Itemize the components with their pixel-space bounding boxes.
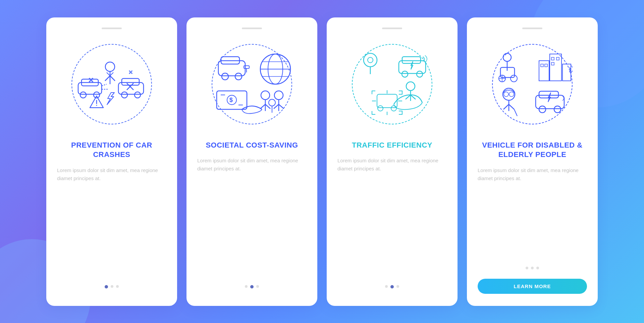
- cards-container: ✕ ✕ PREVENTION OF CAR CRASHES Lorem ipsu…: [33, 4, 611, 319]
- dot-2: [531, 267, 534, 269]
- svg-text:✕: ✕: [88, 76, 94, 84]
- svg-line-47: [279, 104, 284, 109]
- svg-point-50: [364, 53, 377, 67]
- card-disabled-elderly: VEHICLE FOR DISABLED & ELDERLY PEOPLE Lo…: [467, 17, 598, 306]
- card-body-text: Lorem ipsum dolor sit dim amet, mea regi…: [197, 157, 307, 173]
- svg-rect-82: [551, 62, 554, 65]
- card-illustration: [345, 37, 439, 131]
- card-dots: [245, 285, 259, 288]
- dot-2: [390, 285, 394, 288]
- dot-3: [396, 285, 399, 288]
- svg-text:✕: ✕: [128, 69, 133, 75]
- car-crash-prevention-icon: ✕ ✕: [71, 44, 152, 124]
- svg-rect-79: [545, 64, 547, 67]
- card-illustration: $: [205, 37, 299, 131]
- card-title: TRAFFIC EFFICIENCY: [352, 141, 432, 150]
- svg-point-27: [235, 73, 242, 80]
- svg-marker-87: [548, 93, 551, 102]
- svg-point-62: [378, 106, 383, 111]
- societal-cost-saving-icon: $: [212, 44, 292, 124]
- svg-rect-81: [556, 57, 559, 60]
- dot-1: [526, 267, 528, 269]
- dot-3: [116, 285, 119, 288]
- svg-point-86: [554, 106, 561, 113]
- learn-more-button[interactable]: LEARN MORE: [478, 279, 587, 294]
- svg-rect-28: [244, 66, 249, 68]
- dot-3: [256, 285, 259, 288]
- card-notch: [382, 28, 402, 29]
- dot-2: [250, 285, 254, 288]
- dot-2: [111, 285, 113, 288]
- svg-line-94: [509, 104, 514, 109]
- card-body-text: Lorem ipsum dolor sit dim amet, mea regi…: [57, 166, 166, 182]
- svg-line-93: [503, 104, 509, 109]
- card-title: SOCIETAL COST-SAVING: [206, 141, 298, 150]
- vehicle-disabled-elderly-icon: [492, 44, 573, 124]
- svg-point-90: [509, 92, 514, 97]
- svg-rect-53: [402, 57, 421, 63]
- card-dots: [526, 267, 539, 269]
- svg-rect-77: [562, 64, 571, 81]
- card-title: VEHICLE FOR DISABLED & ELDERLY PEOPLE: [478, 141, 587, 160]
- svg-point-44: [274, 91, 283, 100]
- svg-marker-18: [107, 93, 114, 105]
- svg-rect-80: [551, 57, 554, 60]
- svg-text:$: $: [229, 97, 233, 103]
- svg-line-42: [260, 104, 265, 109]
- svg-line-4: [102, 84, 107, 86]
- card-dots: [105, 285, 119, 288]
- svg-point-89: [504, 92, 508, 97]
- card-traffic-efficiency: TRAFFIC EFFICIENCY Lorem ipsum dolor sit…: [327, 17, 458, 306]
- svg-point-21: [96, 105, 97, 106]
- card-body-text: Lorem ipsum dolor sit dim amet, mea regi…: [337, 157, 447, 173]
- card-cost-saving: $: [186, 17, 317, 306]
- svg-point-85: [539, 106, 546, 113]
- svg-marker-56: [411, 61, 413, 69]
- card-body-text: Lorem ipsum dolor sit dim amet, mea regi…: [478, 166, 587, 182]
- svg-point-48: [269, 99, 275, 106]
- svg-rect-7: [122, 78, 139, 85]
- svg-point-3: [94, 92, 100, 98]
- svg-point-55: [417, 71, 423, 77]
- svg-point-40: [261, 91, 270, 100]
- svg-point-72: [511, 75, 517, 82]
- svg-point-54: [402, 71, 408, 77]
- dot-1: [245, 285, 248, 288]
- svg-point-57: [406, 82, 415, 91]
- card-notch: [102, 28, 122, 29]
- svg-point-9: [135, 92, 141, 98]
- card-dots: [385, 285, 399, 288]
- card-notch: [522, 28, 542, 29]
- card-title: PREVENTION OF CAR CRASHES: [57, 141, 166, 160]
- svg-point-68: [503, 53, 511, 61]
- svg-rect-78: [541, 64, 543, 67]
- svg-rect-75: [539, 61, 549, 81]
- svg-point-2: [80, 92, 86, 98]
- svg-point-8: [121, 92, 127, 98]
- dot-1: [385, 285, 388, 288]
- card-notch: [242, 28, 262, 29]
- card-prevention: ✕ ✕ PREVENTION OF CAR CRASHES Lorem ipsu…: [46, 17, 177, 306]
- svg-point-51: [368, 57, 373, 63]
- dot-3: [536, 267, 539, 269]
- traffic-efficiency-icon: [352, 44, 432, 124]
- card-illustration: [485, 37, 579, 131]
- card-illustration: ✕ ✕: [65, 37, 159, 131]
- svg-line-95: [514, 109, 517, 116]
- svg-point-26: [222, 73, 228, 80]
- dot-1: [105, 285, 108, 288]
- svg-point-63: [391, 106, 396, 111]
- svg-rect-24: [218, 61, 245, 76]
- svg-point-12: [105, 62, 115, 71]
